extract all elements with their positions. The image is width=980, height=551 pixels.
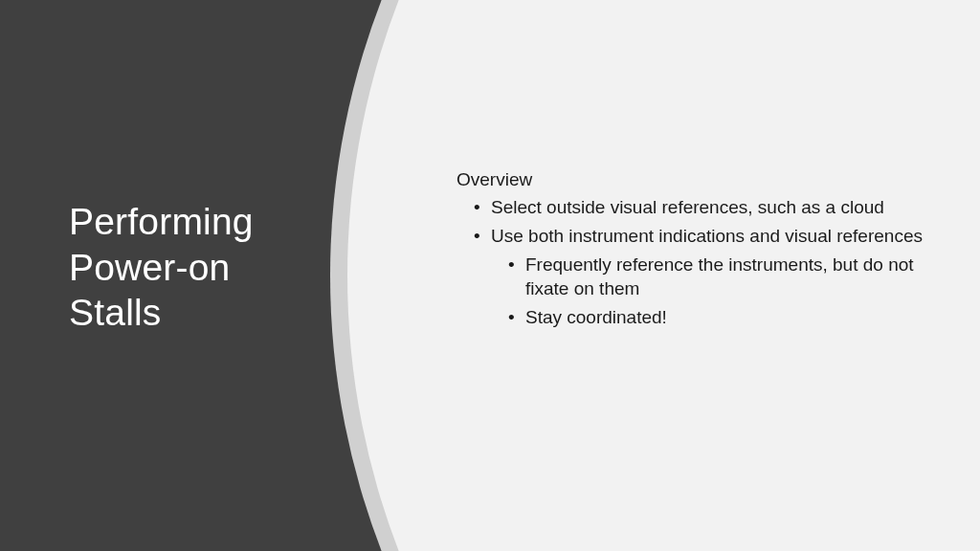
bullet-item: Use both instrument indications and visu… (491, 224, 935, 329)
title-line-3: Stalls (69, 290, 254, 336)
overview-heading: Overview (457, 167, 935, 191)
slide-title: Performing Power-on Stalls (69, 199, 254, 336)
bullet-item: Select outside visual references, such a… (491, 195, 935, 219)
title-line-1: Performing (69, 199, 254, 245)
sub-bullet-list: Frequently reference the instruments, bu… (491, 253, 935, 329)
sub-bullet-item: Frequently reference the instruments, bu… (525, 253, 935, 300)
sub-bullet-item: Stay coordinated! (525, 305, 935, 329)
bullet-text: Use both instrument indications and visu… (491, 226, 923, 246)
slide-content: Overview Select outside visual reference… (457, 167, 935, 334)
title-line-2: Power-on (69, 245, 254, 291)
bullet-list: Select outside visual references, such a… (457, 195, 935, 329)
